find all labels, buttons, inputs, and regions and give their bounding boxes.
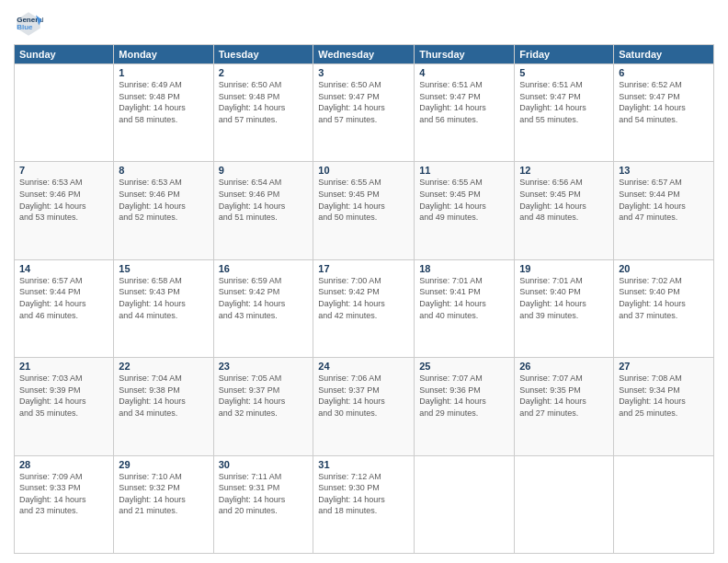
day-info: Sunrise: 7:05 AM Sunset: 9:37 PM Dayligh… bbox=[219, 373, 309, 419]
day-number: 6 bbox=[619, 67, 709, 78]
calendar-table: SundayMondayTuesdayWednesdayThursdayFrid… bbox=[14, 44, 714, 554]
col-header-monday: Monday bbox=[114, 45, 213, 64]
day-info: Sunrise: 6:49 AM Sunset: 9:48 PM Dayligh… bbox=[119, 79, 208, 125]
day-number: 17 bbox=[318, 263, 409, 274]
col-header-wednesday: Wednesday bbox=[313, 45, 415, 64]
day-cell bbox=[15, 64, 114, 162]
day-info: Sunrise: 6:57 AM Sunset: 9:44 PM Dayligh… bbox=[19, 275, 108, 321]
day-cell: 13Sunrise: 6:57 AM Sunset: 9:44 PM Dayli… bbox=[614, 162, 714, 259]
day-info: Sunrise: 7:01 AM Sunset: 9:40 PM Dayligh… bbox=[519, 275, 609, 321]
day-number: 30 bbox=[219, 459, 309, 470]
day-number: 25 bbox=[419, 361, 509, 372]
day-cell: 24Sunrise: 7:06 AM Sunset: 9:37 PM Dayli… bbox=[313, 358, 415, 455]
day-number: 13 bbox=[619, 165, 709, 176]
day-number: 29 bbox=[119, 459, 208, 470]
day-info: Sunrise: 6:59 AM Sunset: 9:42 PM Dayligh… bbox=[219, 275, 309, 321]
day-number: 22 bbox=[119, 361, 208, 372]
day-number: 24 bbox=[318, 361, 409, 372]
week-row-3: 21Sunrise: 7:03 AM Sunset: 9:39 PM Dayli… bbox=[15, 358, 714, 455]
week-row-2: 14Sunrise: 6:57 AM Sunset: 9:44 PM Dayli… bbox=[15, 259, 714, 357]
day-info: Sunrise: 6:53 AM Sunset: 9:46 PM Dayligh… bbox=[19, 177, 108, 223]
day-number: 27 bbox=[619, 361, 709, 372]
day-cell: 21Sunrise: 7:03 AM Sunset: 9:39 PM Dayli… bbox=[15, 358, 114, 455]
day-cell: 14Sunrise: 6:57 AM Sunset: 9:44 PM Dayli… bbox=[15, 259, 114, 357]
day-info: Sunrise: 7:02 AM Sunset: 9:40 PM Dayligh… bbox=[619, 275, 709, 321]
day-number: 15 bbox=[119, 263, 208, 274]
week-row-4: 28Sunrise: 7:09 AM Sunset: 9:33 PM Dayli… bbox=[15, 455, 714, 553]
day-info: Sunrise: 7:04 AM Sunset: 9:38 PM Dayligh… bbox=[119, 373, 208, 419]
day-info: Sunrise: 7:07 AM Sunset: 9:35 PM Dayligh… bbox=[519, 373, 609, 419]
day-number: 7 bbox=[19, 165, 108, 176]
day-number: 5 bbox=[519, 67, 609, 78]
day-cell: 26Sunrise: 7:07 AM Sunset: 9:35 PM Dayli… bbox=[515, 358, 614, 455]
day-number: 16 bbox=[219, 263, 309, 274]
day-info: Sunrise: 7:12 AM Sunset: 9:30 PM Dayligh… bbox=[318, 471, 409, 517]
day-number: 28 bbox=[19, 459, 108, 470]
day-cell: 1Sunrise: 6:49 AM Sunset: 9:48 PM Daylig… bbox=[114, 64, 213, 162]
day-number: 3 bbox=[318, 67, 409, 78]
day-number: 11 bbox=[419, 165, 509, 176]
week-row-1: 7Sunrise: 6:53 AM Sunset: 9:46 PM Daylig… bbox=[15, 162, 714, 259]
day-cell: 11Sunrise: 6:55 AM Sunset: 9:45 PM Dayli… bbox=[415, 162, 515, 259]
logo: General Blue bbox=[14, 9, 47, 39]
day-info: Sunrise: 6:55 AM Sunset: 9:45 PM Dayligh… bbox=[318, 177, 409, 223]
day-info: Sunrise: 7:07 AM Sunset: 9:36 PM Dayligh… bbox=[419, 373, 509, 419]
day-info: Sunrise: 7:08 AM Sunset: 9:34 PM Dayligh… bbox=[619, 373, 709, 419]
col-header-saturday: Saturday bbox=[614, 45, 714, 64]
day-cell: 3Sunrise: 6:50 AM Sunset: 9:47 PM Daylig… bbox=[313, 64, 415, 162]
day-info: Sunrise: 6:52 AM Sunset: 9:47 PM Dayligh… bbox=[619, 79, 709, 125]
day-number: 18 bbox=[419, 263, 509, 274]
day-number: 23 bbox=[219, 361, 309, 372]
day-cell: 25Sunrise: 7:07 AM Sunset: 9:36 PM Dayli… bbox=[415, 358, 515, 455]
day-info: Sunrise: 7:03 AM Sunset: 9:39 PM Dayligh… bbox=[19, 373, 108, 419]
day-number: 8 bbox=[119, 165, 208, 176]
day-cell: 4Sunrise: 6:51 AM Sunset: 9:47 PM Daylig… bbox=[415, 64, 515, 162]
day-cell: 28Sunrise: 7:09 AM Sunset: 9:33 PM Dayli… bbox=[15, 455, 114, 553]
day-cell: 17Sunrise: 7:00 AM Sunset: 9:42 PM Dayli… bbox=[313, 259, 415, 357]
day-cell: 15Sunrise: 6:58 AM Sunset: 9:43 PM Dayli… bbox=[114, 259, 213, 357]
week-row-0: 1Sunrise: 6:49 AM Sunset: 9:48 PM Daylig… bbox=[15, 64, 714, 162]
day-cell: 18Sunrise: 7:01 AM Sunset: 9:41 PM Dayli… bbox=[415, 259, 515, 357]
day-number: 31 bbox=[318, 459, 409, 470]
day-info: Sunrise: 6:56 AM Sunset: 9:45 PM Dayligh… bbox=[519, 177, 609, 223]
day-cell: 8Sunrise: 6:53 AM Sunset: 9:46 PM Daylig… bbox=[114, 162, 213, 259]
day-info: Sunrise: 7:11 AM Sunset: 9:31 PM Dayligh… bbox=[219, 471, 309, 517]
day-cell: 30Sunrise: 7:11 AM Sunset: 9:31 PM Dayli… bbox=[213, 455, 313, 553]
day-info: Sunrise: 7:01 AM Sunset: 9:41 PM Dayligh… bbox=[419, 275, 509, 321]
col-header-tuesday: Tuesday bbox=[213, 45, 313, 64]
svg-text:Blue: Blue bbox=[17, 23, 33, 31]
day-number: 4 bbox=[419, 67, 509, 78]
day-info: Sunrise: 6:58 AM Sunset: 9:43 PM Dayligh… bbox=[119, 275, 208, 321]
day-cell bbox=[415, 455, 515, 553]
day-cell: 31Sunrise: 7:12 AM Sunset: 9:30 PM Dayli… bbox=[313, 455, 415, 553]
day-cell: 7Sunrise: 6:53 AM Sunset: 9:46 PM Daylig… bbox=[15, 162, 114, 259]
day-cell: 27Sunrise: 7:08 AM Sunset: 9:34 PM Dayli… bbox=[614, 358, 714, 455]
day-info: Sunrise: 6:51 AM Sunset: 9:47 PM Dayligh… bbox=[519, 79, 609, 125]
day-info: Sunrise: 6:53 AM Sunset: 9:46 PM Dayligh… bbox=[119, 177, 208, 223]
day-cell: 19Sunrise: 7:01 AM Sunset: 9:40 PM Dayli… bbox=[515, 259, 614, 357]
day-info: Sunrise: 7:09 AM Sunset: 9:33 PM Dayligh… bbox=[19, 471, 108, 517]
day-cell bbox=[614, 455, 714, 553]
day-info: Sunrise: 6:55 AM Sunset: 9:45 PM Dayligh… bbox=[419, 177, 509, 223]
header: General Blue bbox=[14, 9, 714, 39]
col-header-thursday: Thursday bbox=[415, 45, 515, 64]
day-info: Sunrise: 6:54 AM Sunset: 9:46 PM Dayligh… bbox=[219, 177, 309, 223]
day-info: Sunrise: 6:51 AM Sunset: 9:47 PM Dayligh… bbox=[419, 79, 509, 125]
col-header-friday: Friday bbox=[515, 45, 614, 64]
day-cell: 20Sunrise: 7:02 AM Sunset: 9:40 PM Dayli… bbox=[614, 259, 714, 357]
day-info: Sunrise: 7:10 AM Sunset: 9:32 PM Dayligh… bbox=[119, 471, 208, 517]
day-info: Sunrise: 7:00 AM Sunset: 9:42 PM Dayligh… bbox=[318, 275, 409, 321]
day-cell: 22Sunrise: 7:04 AM Sunset: 9:38 PM Dayli… bbox=[114, 358, 213, 455]
day-cell: 12Sunrise: 6:56 AM Sunset: 9:45 PM Dayli… bbox=[515, 162, 614, 259]
day-cell bbox=[515, 455, 614, 553]
day-number: 9 bbox=[219, 165, 309, 176]
day-cell: 6Sunrise: 6:52 AM Sunset: 9:47 PM Daylig… bbox=[614, 64, 714, 162]
day-cell: 5Sunrise: 6:51 AM Sunset: 9:47 PM Daylig… bbox=[515, 64, 614, 162]
day-info: Sunrise: 6:50 AM Sunset: 9:48 PM Dayligh… bbox=[219, 79, 309, 125]
day-info: Sunrise: 6:57 AM Sunset: 9:44 PM Dayligh… bbox=[619, 177, 709, 223]
day-cell: 29Sunrise: 7:10 AM Sunset: 9:32 PM Dayli… bbox=[114, 455, 213, 553]
day-info: Sunrise: 7:06 AM Sunset: 9:37 PM Dayligh… bbox=[318, 373, 409, 419]
day-cell: 9Sunrise: 6:54 AM Sunset: 9:46 PM Daylig… bbox=[213, 162, 313, 259]
day-cell: 16Sunrise: 6:59 AM Sunset: 9:42 PM Dayli… bbox=[213, 259, 313, 357]
logo-icon: General Blue bbox=[14, 9, 43, 39]
